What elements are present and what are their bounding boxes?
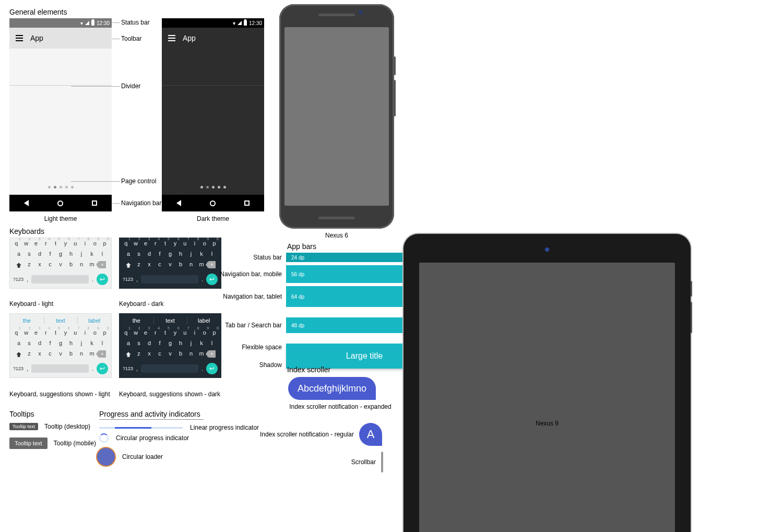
- key-p[interactable]: p0: [101, 240, 108, 246]
- key-n[interactable]: n: [187, 261, 195, 269]
- nav-home-icon[interactable]: [210, 200, 216, 206]
- key-y[interactable]: y6: [172, 329, 179, 336]
- key-a[interactable]: a: [125, 340, 132, 346]
- key-h[interactable]: h: [177, 340, 184, 346]
- key-q[interactable]: q1: [123, 240, 129, 246]
- key-period[interactable]: .: [92, 276, 93, 282]
- key-f[interactable]: f: [156, 340, 163, 346]
- key-l[interactable]: l: [99, 340, 106, 346]
- key-h[interactable]: h: [67, 251, 75, 257]
- key-comma[interactable]: ,: [27, 365, 28, 372]
- key-u[interactable]: u7: [72, 240, 79, 246]
- key-i[interactable]: i8: [192, 329, 198, 336]
- key-d[interactable]: d: [36, 251, 43, 257]
- key-p[interactable]: p0: [211, 240, 218, 246]
- key-period[interactable]: .: [201, 276, 203, 282]
- key-n[interactable]: n: [78, 261, 85, 269]
- key-f[interactable]: f: [46, 251, 54, 257]
- key-h[interactable]: h: [177, 251, 184, 257]
- key-m[interactable]: m: [198, 350, 205, 359]
- kbd-suggestion[interactable]: the: [120, 314, 153, 327]
- key-n[interactable]: n: [187, 350, 195, 359]
- key-d[interactable]: d: [36, 340, 43, 346]
- space-key[interactable]: [31, 364, 89, 373]
- key-e[interactable]: e3: [33, 329, 40, 336]
- key-b[interactable]: b: [177, 261, 184, 269]
- kbd-suggestion[interactable]: text: [153, 314, 187, 327]
- key-b[interactable]: b: [67, 350, 75, 359]
- key-k[interactable]: k: [88, 340, 96, 346]
- index-scroller-expanded[interactable]: Abcdefghijklmno: [288, 377, 376, 400]
- key-e[interactable]: e3: [143, 240, 149, 246]
- key-o[interactable]: o9: [91, 329, 98, 336]
- space-key[interactable]: [141, 364, 198, 373]
- key-w[interactable]: w2: [23, 240, 30, 246]
- key-a[interactable]: a: [15, 340, 22, 346]
- key-z[interactable]: z: [26, 350, 33, 359]
- key-s[interactable]: s: [135, 251, 143, 257]
- keyboard-light[interactable]: q1w2e3r4t5y6u7i8o9p0asdfghjklzxcvbnm×?12…: [9, 238, 112, 289]
- key-q[interactable]: q1: [13, 240, 20, 246]
- key-y[interactable]: y6: [62, 240, 69, 246]
- key-i[interactable]: i8: [82, 329, 89, 336]
- shift-key-icon[interactable]: [15, 350, 22, 359]
- key-c[interactable]: c: [156, 261, 163, 269]
- key-s[interactable]: s: [26, 251, 33, 257]
- key-s[interactable]: s: [26, 340, 33, 346]
- key-g[interactable]: g: [167, 251, 174, 257]
- shift-key-icon[interactable]: [125, 261, 132, 269]
- space-key[interactable]: [31, 275, 89, 283]
- symbols-key[interactable]: ?123: [123, 366, 133, 371]
- key-v[interactable]: v: [167, 350, 174, 359]
- key-x[interactable]: x: [146, 261, 153, 269]
- key-r[interactable]: r4: [152, 329, 159, 336]
- nexus9-screen[interactable]: [419, 263, 675, 532]
- key-z[interactable]: z: [135, 350, 143, 359]
- kbd-suggestion[interactable]: the: [10, 314, 44, 327]
- key-x[interactable]: x: [146, 350, 153, 359]
- key-q[interactable]: q1: [123, 329, 129, 336]
- key-period[interactable]: .: [92, 365, 93, 372]
- shift-key-icon[interactable]: [15, 261, 22, 269]
- key-f[interactable]: f: [156, 251, 163, 257]
- key-c[interactable]: c: [46, 350, 54, 359]
- key-h[interactable]: h: [67, 340, 75, 346]
- key-comma[interactable]: ,: [136, 276, 138, 282]
- key-k[interactable]: k: [198, 251, 205, 257]
- tablet-power-button[interactable]: [691, 281, 692, 297]
- volume-button[interactable]: [394, 80, 396, 116]
- key-c[interactable]: c: [156, 350, 163, 359]
- key-l[interactable]: l: [99, 251, 106, 257]
- key-i[interactable]: i8: [82, 240, 89, 246]
- symbols-key[interactable]: ?123: [13, 277, 23, 282]
- page-control-light[interactable]: [9, 186, 112, 188]
- menu-icon[interactable]: [168, 35, 175, 41]
- key-b[interactable]: b: [177, 350, 184, 359]
- nav-back-icon[interactable]: [176, 200, 181, 206]
- key-t[interactable]: t5: [52, 240, 59, 246]
- backspace-key-icon[interactable]: ×: [99, 261, 106, 268]
- keyboard-dark[interactable]: q1w2e3r4t5y6u7i8o9p0asdfghjklzxcvbnm×?12…: [119, 238, 221, 289]
- key-w[interactable]: w2: [23, 329, 30, 336]
- enter-key-icon[interactable]: ↩: [97, 363, 108, 374]
- key-v[interactable]: v: [167, 261, 174, 269]
- key-a[interactable]: a: [15, 251, 22, 257]
- key-j[interactable]: j: [187, 340, 195, 346]
- key-c[interactable]: c: [46, 261, 54, 269]
- scrollbar[interactable]: [381, 452, 383, 472]
- nav-recent-icon[interactable]: [92, 200, 97, 206]
- key-comma[interactable]: ,: [136, 365, 138, 372]
- key-k[interactable]: k: [198, 340, 205, 346]
- key-j[interactable]: j: [78, 340, 85, 346]
- key-v[interactable]: v: [57, 261, 64, 269]
- symbols-key[interactable]: ?123: [13, 366, 23, 371]
- shift-key-icon[interactable]: [125, 350, 132, 359]
- nav-home-icon[interactable]: [57, 200, 63, 206]
- key-g[interactable]: g: [167, 340, 174, 346]
- power-button[interactable]: [394, 56, 396, 75]
- key-q[interactable]: q1: [13, 329, 20, 336]
- key-u[interactable]: u7: [182, 240, 188, 246]
- key-j[interactable]: j: [78, 251, 85, 257]
- key-o[interactable]: o9: [201, 240, 208, 246]
- key-v[interactable]: v: [57, 350, 64, 359]
